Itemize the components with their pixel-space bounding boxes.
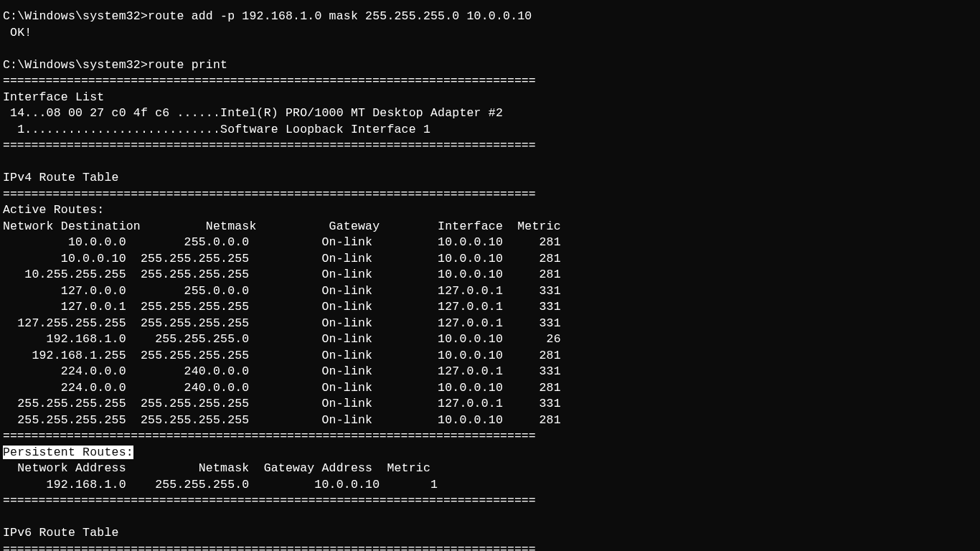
terminal-output[interactable]: C:\Windows\system32>route add -p 192.168…: [0, 9, 980, 551]
separator-line: ========================================…: [0, 187, 539, 201]
prompt-text: C:\Windows\system32>: [3, 9, 148, 23]
command-text: route add -p 192.168.1.0 mask 255.255.25…: [148, 9, 532, 23]
active-route-row: 10.0.0.0 255.0.0.0 On-link 10.0.0.10 281: [0, 235, 564, 249]
interface-list-row: 14...08 00 27 c0 4f c6 ......Intel(R) PR…: [0, 106, 506, 120]
active-route-row: 127.0.0.1 255.255.255.255 On-link 127.0.…: [0, 300, 564, 314]
ok-output: OK!: [0, 26, 34, 39]
separator-line: ========================================…: [0, 494, 539, 507]
ipv4-route-table-header: IPv4 Route Table: [0, 171, 122, 184]
separator-line: ========================================…: [0, 542, 539, 552]
active-routes-header: Active Routes:: [0, 203, 107, 217]
persistent-routes-header: Persistent Routes:: [0, 446, 136, 459]
active-route-row: 224.0.0.0 240.0.0.0 On-link 10.0.0.10 28…: [0, 381, 564, 395]
active-route-row: 10.0.0.10 255.255.255.255 On-link 10.0.0…: [0, 252, 564, 265]
active-route-row: 192.168.1.0 255.255.255.0 On-link 10.0.0…: [0, 332, 564, 346]
persistent-routes-column-header: Network Address Netmask Gateway Address …: [0, 461, 433, 475]
separator-line: ========================================…: [0, 138, 539, 152]
command-text: route print: [148, 58, 227, 72]
prompt-line-2: C:\Windows\system32>route print: [0, 58, 230, 72]
active-routes-column-header: Network Destination Netmask Gateway Inte…: [0, 220, 564, 233]
interface-list-row: 1...........................Software Loo…: [0, 123, 433, 136]
prompt-line-1: C:\Windows\system32>route add -p 192.168…: [0, 9, 534, 23]
active-route-row: 127.255.255.255 255.255.255.255 On-link …: [0, 316, 564, 330]
active-route-row: 127.0.0.0 255.0.0.0 On-link 127.0.0.1 33…: [0, 284, 564, 298]
active-route-row: 192.168.1.255 255.255.255.255 On-link 10…: [0, 349, 564, 362]
interface-list-header: Interface List: [0, 90, 107, 104]
separator-line: ========================================…: [0, 429, 539, 443]
separator-line: ========================================…: [0, 74, 539, 88]
persistent-route-row: 192.168.1.0 255.255.255.0 10.0.0.10 1: [0, 478, 440, 491]
prompt-text: C:\Windows\system32>: [3, 58, 148, 72]
ipv6-route-table-header: IPv6 Route Table: [0, 526, 122, 540]
active-route-row: 10.255.255.255 255.255.255.255 On-link 1…: [0, 268, 564, 281]
active-route-row: 255.255.255.255 255.255.255.255 On-link …: [0, 397, 564, 410]
active-route-row: 255.255.255.255 255.255.255.255 On-link …: [0, 413, 564, 427]
active-route-row: 224.0.0.0 240.0.0.0 On-link 127.0.0.1 33…: [0, 364, 564, 378]
